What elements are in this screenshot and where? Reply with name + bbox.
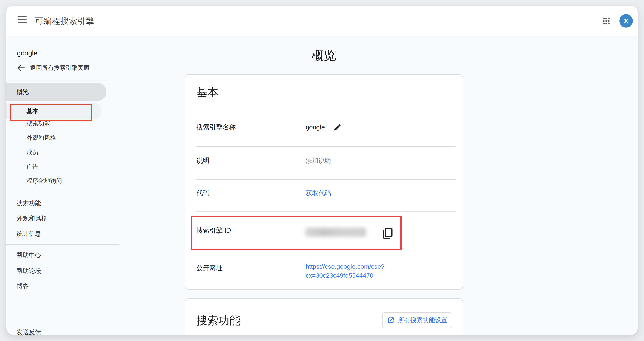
public-url-link[interactable]: https://cse.google.com/cse? cx=30c23c49f… [306, 262, 384, 280]
edit-name-button[interactable] [333, 123, 342, 132]
row-divider [196, 146, 456, 147]
app-window: 可编程搜索引擎 X google 返回 [6, 6, 638, 335]
code-label: 代码 [196, 187, 210, 199]
search-engine-id-label: 搜索引擎 ID [196, 224, 231, 237]
sidebar-item-ads[interactable]: 广告 [26, 161, 38, 173]
sidebar-item-send-feedback[interactable]: 发送反馈 [16, 326, 41, 335]
avatar[interactable]: X [620, 14, 633, 28]
description-label: 说明 [196, 154, 210, 167]
open-in-new-icon [387, 316, 395, 324]
sidebar: google 返回所有搜索引擎页面 概览 基本 搜索功能 外观和风格 成员 [6, 36, 125, 335]
pencil-icon [333, 123, 342, 132]
basic-card: 基本 搜索引擎名称 google 说明 添加说明 [185, 74, 463, 290]
top-app-bar: 可编程搜索引擎 X [6, 6, 638, 37]
copy-icon [381, 226, 394, 240]
engine-name: google [17, 47, 37, 59]
sidebar-item-basic[interactable]: 基本 [26, 105, 38, 117]
get-code-link-wrap: 获取代码 [306, 187, 331, 199]
all-search-features-settings-button[interactable]: 所有搜索功能设置 [382, 312, 452, 328]
sidebar-item-search-features[interactable]: 搜索功能 [16, 197, 41, 209]
sidebar-item-members[interactable]: 成员 [26, 146, 38, 158]
page-title: 概览 [185, 47, 463, 64]
main-content: 概览 基本 搜索引擎名称 google [125, 36, 638, 335]
sidebar-divider-bottom [6, 244, 119, 245]
public-url-line1[interactable]: https://cse.google.com/cse? [306, 262, 384, 271]
back-link-label: 返回所有搜索引擎页面 [30, 64, 90, 72]
settings-button-label: 所有搜索功能设置 [398, 316, 447, 324]
search-engine-id-value-redacted [305, 228, 366, 237]
sidebar-item-basic-highlight [6, 103, 101, 119]
sidebar-item-statistics[interactable]: 统计信息 [16, 228, 41, 240]
public-url-line2[interactable]: cx=30c23c49fd5544470 [306, 271, 384, 280]
sidebar-item-blog[interactable]: 博客 [16, 280, 29, 292]
sidebar-item-search-features-sub[interactable]: 搜索功能 [26, 118, 50, 129]
description-placeholder[interactable]: 添加说明 [306, 154, 331, 167]
sidebar-item-help-forum[interactable]: 帮助论坛 [16, 265, 41, 277]
app-title: 可编程搜索引擎 [35, 6, 94, 36]
screenshot-root: 可编程搜索引擎 X google 返回 [0, 0, 644, 341]
copy-id-button[interactable] [381, 226, 394, 241]
sidebar-item-help-center[interactable]: 帮助中心 [16, 249, 41, 261]
sidebar-divider-top [8, 80, 108, 80]
engine-name-label: 搜索引擎名称 [196, 121, 236, 134]
sidebar-item-look-and-feel-sub[interactable]: 外观和风格 [26, 132, 56, 144]
row-divider [196, 179, 456, 180]
get-code-link[interactable]: 获取代码 [306, 187, 331, 199]
menu-icon[interactable] [18, 16, 27, 26]
sidebar-item-overview[interactable]: 概览 [6, 83, 106, 101]
apps-grid-icon[interactable] [602, 17, 610, 25]
search-features-card-title: 搜索功能 [196, 313, 240, 328]
page-body: google 返回所有搜索引擎页面 概览 基本 搜索功能 外观和风格 成员 [6, 36, 638, 335]
row-divider [196, 211, 456, 212]
sidebar-item-programmatic-access[interactable]: 程序化地访问 [26, 175, 62, 187]
back-link[interactable]: 返回所有搜索引擎页面 [17, 62, 90, 74]
engine-name-value: google [306, 121, 342, 134]
basic-card-title: 基本 [196, 85, 218, 100]
back-arrow-icon [17, 64, 25, 72]
search-features-card: 搜索功能 所有搜索功能设置 [185, 298, 463, 335]
row-divider [196, 253, 456, 253]
public-url-label: 公开网址 [196, 262, 222, 274]
avatar-initial: X [624, 18, 628, 25]
sidebar-item-look-and-feel[interactable]: 外观和风格 [16, 212, 47, 224]
